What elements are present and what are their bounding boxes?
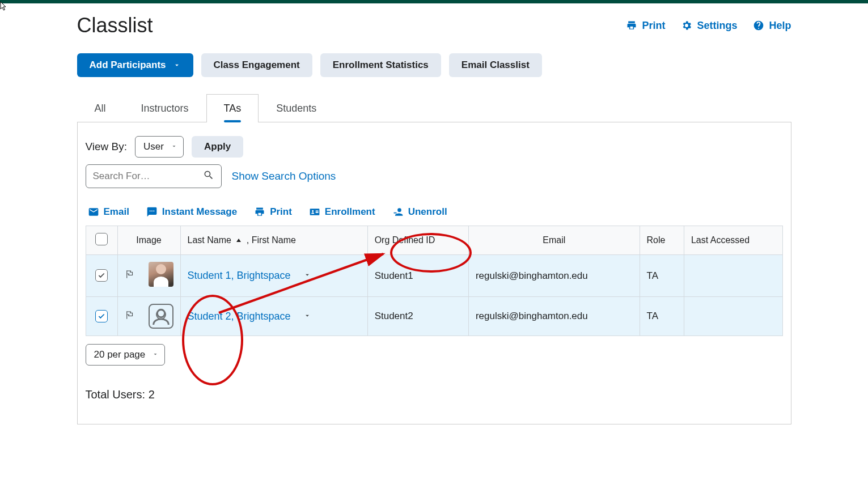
col-org-id[interactable]: Org Defined ID xyxy=(367,226,468,255)
avatar xyxy=(149,262,173,287)
user-minus-icon xyxy=(392,206,404,218)
page-title: Classlist xyxy=(77,14,153,37)
search-field[interactable] xyxy=(93,171,203,182)
tab-students[interactable]: Students xyxy=(259,94,334,122)
print-icon xyxy=(626,20,637,31)
class-engagement-button[interactable]: Class Engagement xyxy=(201,53,312,77)
bulk-email-button[interactable]: Email xyxy=(88,206,129,218)
print-icon xyxy=(254,206,265,218)
select-all-checkbox[interactable] xyxy=(95,233,108,245)
chevron-down-icon[interactable] xyxy=(303,311,311,322)
id-card-icon xyxy=(309,206,320,218)
cell-last-accessed xyxy=(684,297,782,336)
help-icon xyxy=(753,20,764,31)
cell-role: TA xyxy=(640,297,684,336)
help-button[interactable]: Help xyxy=(753,20,791,32)
tab-tas[interactable]: TAs xyxy=(206,94,259,122)
bulk-im-button[interactable]: Instant Message xyxy=(146,206,237,218)
col-last-accessed[interactable]: Last Accessed xyxy=(684,226,782,255)
cell-email: regulski@binghamton.edu xyxy=(468,255,640,297)
user-name-link[interactable]: Student 1, Brightspace xyxy=(188,270,291,281)
sort-asc-icon xyxy=(236,235,242,245)
table-row: Student 1, Brightspace Student1 regulski… xyxy=(86,255,782,297)
mouse-cursor xyxy=(0,1,8,14)
col-image: Image xyxy=(117,226,180,255)
table-row: Student 2, Brightspace Student2 regulski… xyxy=(86,297,782,336)
chat-icon xyxy=(146,206,158,218)
enrollment-statistics-button[interactable]: Enrollment Statistics xyxy=(320,53,441,77)
page-size-select[interactable]: 20 per page xyxy=(86,344,166,366)
cell-org-id: Student1 xyxy=(367,255,468,297)
email-icon xyxy=(88,206,99,218)
search-icon[interactable] xyxy=(203,169,214,183)
svg-point-0 xyxy=(157,309,164,317)
col-role[interactable]: Role xyxy=(640,226,684,255)
chevron-down-icon[interactable] xyxy=(303,270,311,282)
chevron-down-icon xyxy=(171,141,177,152)
bulk-enrollment-button[interactable]: Enrollment xyxy=(309,206,375,218)
role-tabbar: All Instructors TAs Students xyxy=(77,94,791,122)
cell-role: TA xyxy=(640,255,684,297)
cell-email: regulski@binghamton.edu xyxy=(468,297,640,336)
user-name-link[interactable]: Student 2, Brightspace xyxy=(188,311,291,322)
chevron-down-icon xyxy=(173,61,181,69)
flag-icon[interactable] xyxy=(125,271,135,282)
print-page-button[interactable]: Print xyxy=(626,20,665,32)
row-checkbox[interactable] xyxy=(95,269,108,282)
gear-icon xyxy=(681,20,692,31)
tab-all[interactable]: All xyxy=(77,94,124,122)
apply-button[interactable]: Apply xyxy=(192,136,243,158)
bulk-unenroll-button[interactable]: Unenroll xyxy=(392,206,447,218)
avatar xyxy=(149,304,173,329)
settings-button[interactable]: Settings xyxy=(681,20,737,32)
email-classlist-button[interactable]: Email Classlist xyxy=(449,53,542,77)
search-input[interactable] xyxy=(86,164,222,188)
add-participants-button[interactable]: Add Participants xyxy=(77,53,193,77)
cell-org-id: Student2 xyxy=(367,297,468,336)
col-email[interactable]: Email xyxy=(468,226,640,255)
view-by-select[interactable]: User xyxy=(135,136,184,158)
flag-icon[interactable] xyxy=(125,312,135,322)
col-name[interactable]: Last Name , First Name xyxy=(180,226,367,255)
chevron-down-icon xyxy=(152,349,159,360)
classlist-table: Image Last Name , First Name Org Defined… xyxy=(86,226,783,336)
tab-instructors[interactable]: Instructors xyxy=(124,94,206,122)
show-search-options-link[interactable]: Show Search Options xyxy=(232,170,336,182)
cell-last-accessed xyxy=(684,255,782,297)
view-by-label: View By: xyxy=(86,141,128,153)
total-users: Total Users: 2 xyxy=(78,388,783,401)
row-checkbox[interactable] xyxy=(95,310,108,322)
bulk-print-button[interactable]: Print xyxy=(254,206,292,218)
